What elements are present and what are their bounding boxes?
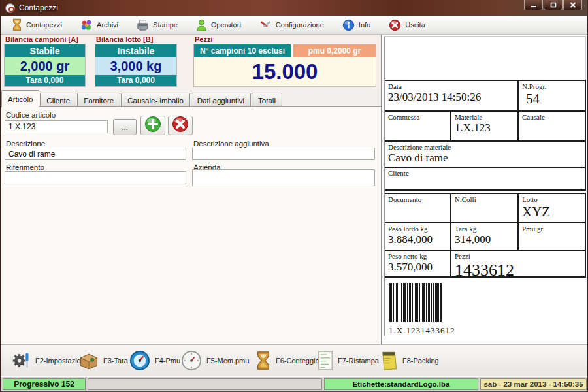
scale-lotto-value: 3,000 kg: [95, 57, 176, 75]
f6-conteggio-button[interactable]: F6-Conteggio: [255, 345, 319, 376]
exit-icon: [389, 19, 401, 31]
etichette-status: Etichette:standardLogo.lba: [324, 378, 478, 390]
progressivo-status: Progressivo 152: [3, 378, 86, 390]
barcode-text: 1.X.1231433612: [389, 325, 586, 336]
toolbar-uscita[interactable]: Uscita: [385, 17, 429, 33]
f2-impostazioni-button[interactable]: F2-Impostazioni: [12, 345, 86, 376]
scale-campioni-status: Stabile: [5, 44, 85, 57]
scale-lotto-tara: Tara 0,000: [95, 75, 176, 86]
app-window: Contapezzi Contapezzi Archivi: [0, 0, 588, 392]
browse-button[interactable]: ...: [113, 119, 137, 135]
riferimento-input[interactable]: [5, 171, 186, 184]
label-preview-panel: Data 23/03/2013 14:50:26 N.Progr. 54 Com…: [381, 35, 588, 344]
maximize-button[interactable]: [544, 0, 563, 10]
datetime-status: sab - 23 mar 2013 - 14:50:35: [480, 378, 587, 390]
barcode-image: [389, 313, 442, 324]
label-sheet: Data 23/03/2013 14:50:26 N.Progr. 54 Com…: [384, 36, 586, 336]
pezzi-title: Pezzi: [195, 35, 213, 43]
descrizione-aggiuntiva-input[interactable]: [192, 148, 375, 160]
scale-lotto-title: Bilancia lotto [B]: [96, 35, 153, 43]
app-icon: [5, 3, 15, 13]
add-article-button[interactable]: [140, 116, 165, 135]
label-causale-cell: Causale: [517, 112, 585, 140]
tab-cliente[interactable]: Cliente: [40, 93, 76, 107]
status-empty-field: [88, 378, 322, 390]
close-button[interactable]: [563, 0, 582, 10]
f3-tara-button[interactable]: F3-Tara: [79, 345, 128, 376]
toolbar-contapezzi[interactable]: Contapezzi: [8, 16, 66, 33]
barcode-area: 1.X.1231433612: [385, 278, 586, 336]
tab-totali[interactable]: Totali: [252, 93, 282, 107]
scale-lotto-display: Instabile 3,000 kg Tara 0,000: [95, 44, 177, 87]
label-cliente-cell: Cliente: [385, 168, 585, 189]
tab-dati-aggiuntivi[interactable]: Dati aggiuntivi: [191, 93, 251, 107]
codice-articolo-label: Codice articolo: [6, 111, 56, 119]
scale-lotto-status: Instabile: [95, 44, 176, 57]
descrizione-input[interactable]: [5, 148, 186, 160]
riferimento-label: Riferimento: [6, 163, 44, 171]
f8-packing-button[interactable]: F8-Packing: [380, 345, 439, 376]
azienda-input[interactable]: [192, 169, 375, 186]
tab-articolo[interactable]: Articolo: [1, 90, 39, 107]
function-bar: F2-Impostazioni F3-Tara F4-Pmu F5-Mem.pm…: [1, 344, 587, 376]
label-peso-lordo-cell: Peso lordo kg 3.884,000: [385, 223, 450, 250]
label-tara-cell: Tara kg 314,000: [450, 223, 517, 250]
scale-campioni-display: Stabile 2,000 gr Tara 0,000: [4, 44, 86, 87]
pezzi-display: N° campioni 10 esclusi pmu 0,2000 gr 15.…: [193, 44, 376, 87]
settings-icon: [12, 351, 31, 370]
pezzi-pmu-badge: pmu 0,2000 gr: [293, 44, 376, 57]
label-commessa-cell: Commessa: [385, 112, 450, 140]
scale-campioni-title: Bilancia campioni [A]: [5, 35, 78, 43]
minimize-button[interactable]: [524, 0, 543, 10]
scale-campioni-tara: Tara 0,000: [5, 75, 85, 86]
label-lotto-cell: Lotto XYZ: [517, 194, 585, 222]
tab-fornitore[interactable]: Fornitore: [77, 93, 120, 107]
tab-strip: Articolo Cliente Fornitore Causale- imba…: [1, 90, 381, 107]
operator-icon: [196, 19, 207, 31]
main-toolbar: Contapezzi Archivi Stampe Operatori Conf…: [1, 16, 587, 35]
descrizione-aggiuntiva-label: Descrizione aggiuntiva: [193, 140, 269, 148]
label-ncolli-cell: N.Colli: [450, 194, 517, 222]
f5-mem-pmu-button[interactable]: F5-Mem.pmu: [181, 345, 249, 376]
scale-campioni-value: 2,000 gr: [5, 57, 85, 75]
scales-panel: Bilancia campioni [A] Stabile 2,000 gr T…: [1, 35, 381, 90]
f7-ristampa-button[interactable]: F7-Ristampa: [318, 345, 379, 376]
tab-causale-imballo[interactable]: Causale- imballo: [121, 93, 190, 107]
hourglass-icon: [255, 350, 271, 371]
archive-icon: [80, 19, 93, 31]
box-icon: [79, 353, 99, 369]
label-pmu-cell: Pmu gr: [517, 223, 585, 250]
label-documento-cell: Documento: [385, 194, 450, 222]
toolbar-archivi[interactable]: Archivi: [76, 17, 122, 33]
label-descrizione-materiale-cell: Descrizione materiale Cavo di rame: [385, 142, 585, 167]
label-nprogr-cell: N.Progr. 54: [517, 81, 585, 110]
gauge-white-icon: [181, 350, 202, 371]
add-icon: [144, 116, 161, 135]
pezzi-count-value: 15.000: [194, 57, 376, 86]
toolbar-info[interactable]: Info: [338, 17, 374, 33]
label-data-cell: Data 23/03/2013 14:50:26: [385, 81, 517, 110]
tools-icon: [259, 19, 272, 31]
descrizione-label: Descrizione: [6, 140, 45, 148]
label-materiale-cell: Materiale 1.X.123: [450, 112, 517, 140]
status-bar: Progressivo 152 Etichette:standardLogo.l…: [1, 376, 587, 391]
codice-articolo-input[interactable]: [5, 120, 108, 133]
delete-article-button[interactable]: [168, 116, 193, 135]
printer-icon: [137, 20, 149, 31]
articolo-tab-content: Codice articolo ... Descrizione Descrizi…: [1, 106, 381, 344]
pezzi-campioni-badge: N° campioni 10 esclusi: [194, 44, 291, 57]
toolbar-configurazione[interactable]: Configurazione: [255, 17, 328, 33]
label-peso-netto-cell: Peso netto kg 3.570,000: [385, 251, 450, 276]
label-pezzi-cell: Pezzi 1433612: [450, 251, 585, 276]
toolbar-operatori[interactable]: Operatori: [192, 17, 245, 33]
notepad-icon: [380, 351, 398, 370]
receipt-icon: [318, 351, 333, 370]
label-logo-area: [385, 36, 586, 80]
toolbar-stampe[interactable]: Stampe: [133, 18, 182, 33]
window-title: Contapezzi: [19, 3, 58, 12]
info-icon: [342, 19, 355, 31]
hourglass-icon: [12, 18, 22, 31]
titlebar: Contapezzi: [1, 0, 587, 16]
f4-pmu-button[interactable]: F4-Pmu: [129, 345, 180, 376]
gauge-blue-icon: [129, 350, 150, 371]
